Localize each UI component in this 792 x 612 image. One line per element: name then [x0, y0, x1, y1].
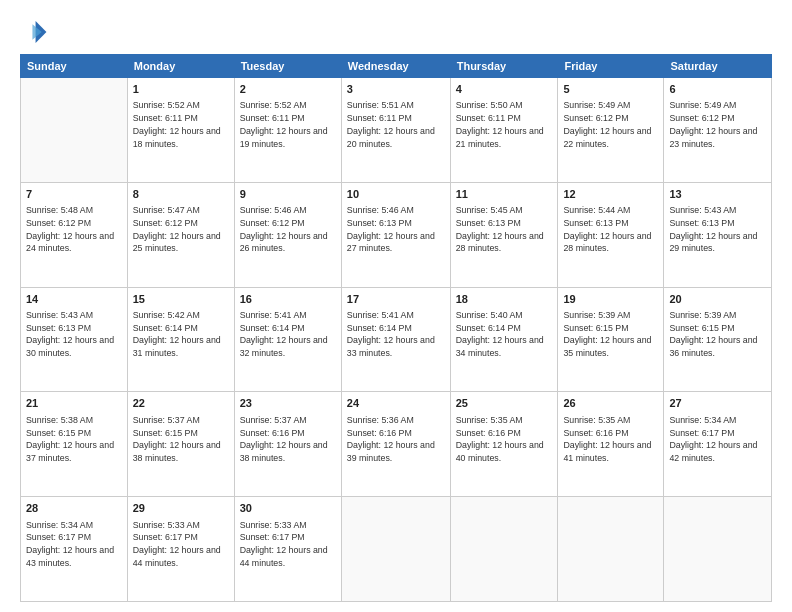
- day-number: 10: [347, 187, 445, 202]
- day-cell: 12Sunrise: 5:44 AMSunset: 6:13 PMDayligh…: [558, 182, 664, 287]
- day-cell: 24Sunrise: 5:36 AMSunset: 6:16 PMDayligh…: [341, 392, 450, 497]
- day-cell: 30Sunrise: 5:33 AMSunset: 6:17 PMDayligh…: [234, 497, 341, 602]
- day-cell: 16Sunrise: 5:41 AMSunset: 6:14 PMDayligh…: [234, 287, 341, 392]
- weekday-header-tuesday: Tuesday: [234, 55, 341, 78]
- day-detail: Sunrise: 5:35 AMSunset: 6:16 PMDaylight:…: [563, 414, 658, 465]
- day-detail: Sunrise: 5:39 AMSunset: 6:15 PMDaylight:…: [669, 309, 766, 360]
- header: [20, 18, 772, 46]
- day-cell: 2Sunrise: 5:52 AMSunset: 6:11 PMDaylight…: [234, 78, 341, 183]
- day-number: 11: [456, 187, 553, 202]
- day-detail: Sunrise: 5:50 AMSunset: 6:11 PMDaylight:…: [456, 99, 553, 150]
- weekday-header-wednesday: Wednesday: [341, 55, 450, 78]
- day-cell: 22Sunrise: 5:37 AMSunset: 6:15 PMDayligh…: [127, 392, 234, 497]
- day-number: 7: [26, 187, 122, 202]
- day-cell: 4Sunrise: 5:50 AMSunset: 6:11 PMDaylight…: [450, 78, 558, 183]
- day-cell: 8Sunrise: 5:47 AMSunset: 6:12 PMDaylight…: [127, 182, 234, 287]
- day-number: 9: [240, 187, 336, 202]
- day-cell: [450, 497, 558, 602]
- weekday-header-row: SundayMondayTuesdayWednesdayThursdayFrid…: [21, 55, 772, 78]
- day-number: 27: [669, 396, 766, 411]
- day-detail: Sunrise: 5:37 AMSunset: 6:16 PMDaylight:…: [240, 414, 336, 465]
- day-number: 17: [347, 292, 445, 307]
- day-cell: 11Sunrise: 5:45 AMSunset: 6:13 PMDayligh…: [450, 182, 558, 287]
- day-number: 20: [669, 292, 766, 307]
- day-detail: Sunrise: 5:41 AMSunset: 6:14 PMDaylight:…: [347, 309, 445, 360]
- day-number: 29: [133, 501, 229, 516]
- day-cell: 23Sunrise: 5:37 AMSunset: 6:16 PMDayligh…: [234, 392, 341, 497]
- day-number: 2: [240, 82, 336, 97]
- day-detail: Sunrise: 5:46 AMSunset: 6:13 PMDaylight:…: [347, 204, 445, 255]
- day-detail: Sunrise: 5:34 AMSunset: 6:17 PMDaylight:…: [669, 414, 766, 465]
- day-detail: Sunrise: 5:40 AMSunset: 6:14 PMDaylight:…: [456, 309, 553, 360]
- day-number: 6: [669, 82, 766, 97]
- day-detail: Sunrise: 5:43 AMSunset: 6:13 PMDaylight:…: [26, 309, 122, 360]
- day-cell: 17Sunrise: 5:41 AMSunset: 6:14 PMDayligh…: [341, 287, 450, 392]
- day-detail: Sunrise: 5:45 AMSunset: 6:13 PMDaylight:…: [456, 204, 553, 255]
- day-detail: Sunrise: 5:44 AMSunset: 6:13 PMDaylight:…: [563, 204, 658, 255]
- day-detail: Sunrise: 5:42 AMSunset: 6:14 PMDaylight:…: [133, 309, 229, 360]
- day-detail: Sunrise: 5:49 AMSunset: 6:12 PMDaylight:…: [669, 99, 766, 150]
- day-detail: Sunrise: 5:49 AMSunset: 6:12 PMDaylight:…: [563, 99, 658, 150]
- weekday-header-thursday: Thursday: [450, 55, 558, 78]
- day-cell: 21Sunrise: 5:38 AMSunset: 6:15 PMDayligh…: [21, 392, 128, 497]
- weekday-header-monday: Monday: [127, 55, 234, 78]
- week-row-2: 7Sunrise: 5:48 AMSunset: 6:12 PMDaylight…: [21, 182, 772, 287]
- day-detail: Sunrise: 5:39 AMSunset: 6:15 PMDaylight:…: [563, 309, 658, 360]
- day-number: 14: [26, 292, 122, 307]
- logo: [20, 18, 50, 46]
- day-detail: Sunrise: 5:41 AMSunset: 6:14 PMDaylight:…: [240, 309, 336, 360]
- day-cell: 28Sunrise: 5:34 AMSunset: 6:17 PMDayligh…: [21, 497, 128, 602]
- day-detail: Sunrise: 5:36 AMSunset: 6:16 PMDaylight:…: [347, 414, 445, 465]
- weekday-header-friday: Friday: [558, 55, 664, 78]
- day-number: 16: [240, 292, 336, 307]
- day-number: 3: [347, 82, 445, 97]
- day-cell: 15Sunrise: 5:42 AMSunset: 6:14 PMDayligh…: [127, 287, 234, 392]
- day-cell: [558, 497, 664, 602]
- day-number: 30: [240, 501, 336, 516]
- day-cell: 1Sunrise: 5:52 AMSunset: 6:11 PMDaylight…: [127, 78, 234, 183]
- day-number: 15: [133, 292, 229, 307]
- day-detail: Sunrise: 5:47 AMSunset: 6:12 PMDaylight:…: [133, 204, 229, 255]
- day-cell: 14Sunrise: 5:43 AMSunset: 6:13 PMDayligh…: [21, 287, 128, 392]
- day-detail: Sunrise: 5:43 AMSunset: 6:13 PMDaylight:…: [669, 204, 766, 255]
- day-detail: Sunrise: 5:51 AMSunset: 6:11 PMDaylight:…: [347, 99, 445, 150]
- day-cell: [21, 78, 128, 183]
- day-number: 21: [26, 396, 122, 411]
- day-number: 24: [347, 396, 445, 411]
- day-cell: 26Sunrise: 5:35 AMSunset: 6:16 PMDayligh…: [558, 392, 664, 497]
- day-number: 28: [26, 501, 122, 516]
- weekday-header-sunday: Sunday: [21, 55, 128, 78]
- day-number: 22: [133, 396, 229, 411]
- week-row-1: 1Sunrise: 5:52 AMSunset: 6:11 PMDaylight…: [21, 78, 772, 183]
- day-number: 1: [133, 82, 229, 97]
- day-detail: Sunrise: 5:38 AMSunset: 6:15 PMDaylight:…: [26, 414, 122, 465]
- day-cell: 29Sunrise: 5:33 AMSunset: 6:17 PMDayligh…: [127, 497, 234, 602]
- day-number: 19: [563, 292, 658, 307]
- day-number: 12: [563, 187, 658, 202]
- day-cell: 3Sunrise: 5:51 AMSunset: 6:11 PMDaylight…: [341, 78, 450, 183]
- page: SundayMondayTuesdayWednesdayThursdayFrid…: [0, 0, 792, 612]
- day-cell: 9Sunrise: 5:46 AMSunset: 6:12 PMDaylight…: [234, 182, 341, 287]
- day-detail: Sunrise: 5:46 AMSunset: 6:12 PMDaylight:…: [240, 204, 336, 255]
- day-detail: Sunrise: 5:52 AMSunset: 6:11 PMDaylight:…: [133, 99, 229, 150]
- day-detail: Sunrise: 5:35 AMSunset: 6:16 PMDaylight:…: [456, 414, 553, 465]
- day-cell: 27Sunrise: 5:34 AMSunset: 6:17 PMDayligh…: [664, 392, 772, 497]
- day-number: 25: [456, 396, 553, 411]
- day-cell: 6Sunrise: 5:49 AMSunset: 6:12 PMDaylight…: [664, 78, 772, 183]
- day-cell: [341, 497, 450, 602]
- day-detail: Sunrise: 5:48 AMSunset: 6:12 PMDaylight:…: [26, 204, 122, 255]
- day-cell: 10Sunrise: 5:46 AMSunset: 6:13 PMDayligh…: [341, 182, 450, 287]
- day-cell: 7Sunrise: 5:48 AMSunset: 6:12 PMDaylight…: [21, 182, 128, 287]
- day-number: 23: [240, 396, 336, 411]
- week-row-3: 14Sunrise: 5:43 AMSunset: 6:13 PMDayligh…: [21, 287, 772, 392]
- day-detail: Sunrise: 5:33 AMSunset: 6:17 PMDaylight:…: [240, 519, 336, 570]
- day-cell: 25Sunrise: 5:35 AMSunset: 6:16 PMDayligh…: [450, 392, 558, 497]
- day-cell: [664, 497, 772, 602]
- day-detail: Sunrise: 5:52 AMSunset: 6:11 PMDaylight:…: [240, 99, 336, 150]
- calendar: SundayMondayTuesdayWednesdayThursdayFrid…: [20, 54, 772, 602]
- day-number: 26: [563, 396, 658, 411]
- day-detail: Sunrise: 5:33 AMSunset: 6:17 PMDaylight:…: [133, 519, 229, 570]
- day-cell: 20Sunrise: 5:39 AMSunset: 6:15 PMDayligh…: [664, 287, 772, 392]
- day-number: 13: [669, 187, 766, 202]
- logo-icon: [20, 18, 48, 46]
